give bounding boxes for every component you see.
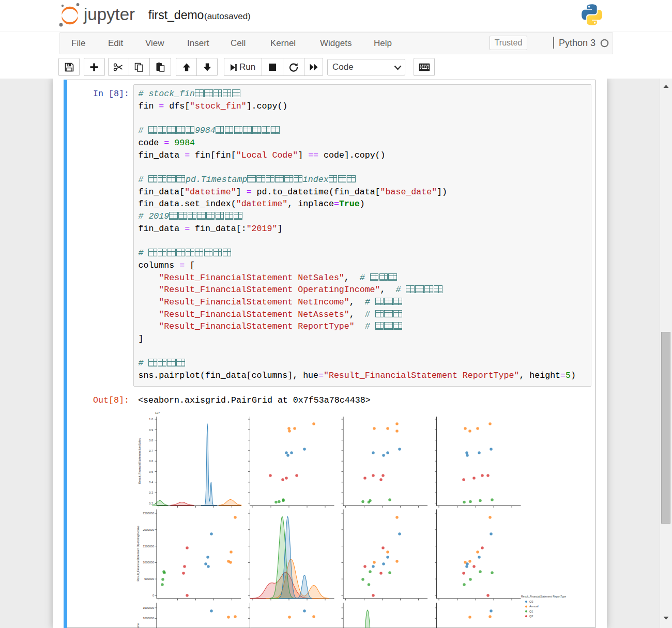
svg-text:0.3: 0.3 [149, 491, 153, 494]
svg-text:1500000: 1500000 [143, 606, 154, 609]
svg-text:0.7: 0.7 [149, 449, 153, 452]
svg-text:1000000: 1000000 [143, 617, 154, 620]
svg-text:1e7: 1e7 [155, 411, 160, 415]
svg-text:2500000: 2500000 [143, 512, 154, 515]
svg-text:0: 0 [152, 594, 154, 597]
svg-text:0.5: 0.5 [149, 470, 153, 473]
svg-text:0.4: 0.4 [149, 481, 153, 484]
svg-text:Result_FinancialStatement NetI: Result_FinancialStatement NetIncome [136, 623, 140, 628]
svg-text:Result_FinancialStatement Repo: Result_FinancialStatement ReportType [521, 595, 566, 598]
svg-text:0.6: 0.6 [149, 459, 153, 463]
svg-text:0.9: 0.9 [149, 428, 153, 432]
svg-text:1000000: 1000000 [143, 561, 154, 564]
svg-text:Result_FinancialStatement NetS: Result_FinancialStatement NetSales [138, 438, 141, 484]
svg-text:Q2: Q2 [529, 615, 533, 618]
svg-text:Q3: Q3 [529, 600, 533, 603]
svg-text:2000000: 2000000 [143, 528, 154, 531]
svg-text:1500000: 1500000 [143, 545, 154, 548]
svg-text:Annual: Annual [529, 605, 538, 608]
svg-text:0.8: 0.8 [149, 439, 153, 442]
svg-text:1.0: 1.0 [149, 418, 153, 421]
svg-text:Result_FinancialStatement Oper: Result_FinancialStatement OperatingIncom… [136, 526, 140, 581]
svg-text:500000: 500000 [144, 577, 154, 580]
svg-text:Q1: Q1 [529, 610, 533, 613]
svg-text:0.2: 0.2 [149, 502, 153, 505]
